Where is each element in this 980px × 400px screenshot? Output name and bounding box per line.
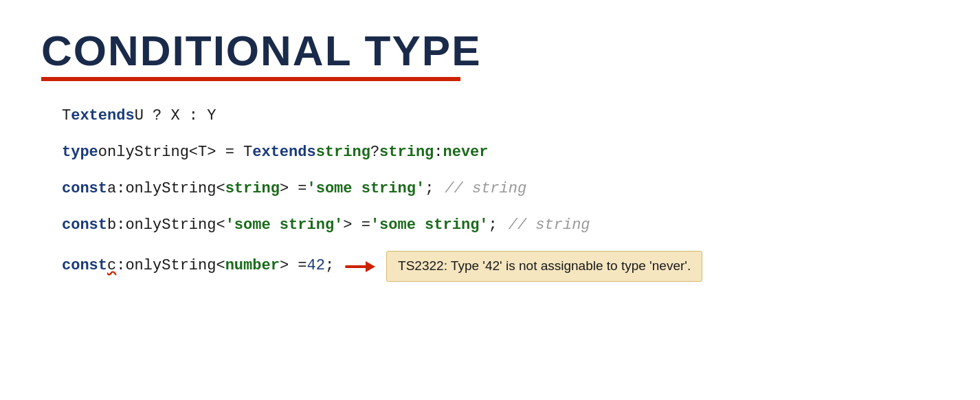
const-c-line: const c :onlyString< number > = 42 ; TS2… [62, 251, 939, 282]
keyword-const-a: const [62, 179, 107, 200]
keyword-const-c: const [62, 256, 107, 277]
const-b-comment: // string [509, 215, 590, 236]
const-c-type-arg: number [225, 256, 280, 277]
const-b-eq: > = [343, 215, 370, 236]
const-a-comment: // string [445, 179, 526, 200]
keyword-type: type [62, 142, 98, 164]
const-c-type: :onlyString< [116, 256, 225, 277]
svg-marker-1 [366, 261, 375, 272]
const-a-semi: ; [425, 179, 434, 200]
syntax-line: T extends U ? X : Y [62, 106, 939, 127]
code-section: T extends U ? X : Y type onlyString<T> =… [41, 106, 939, 282]
ternary-colon: : [434, 142, 443, 164]
ternary-q: ? [370, 142, 379, 164]
keyword-extends: extends [252, 142, 315, 164]
const-a-type-arg: string [225, 179, 280, 200]
const-b-type-arg: 'some string' [225, 215, 344, 236]
const-a-eq: > = [280, 179, 307, 200]
error-tooltip: TS2322: Type '42' is not assignable to t… [386, 251, 702, 282]
syntax-extends: extends [71, 106, 134, 127]
const-a-name: a:onlyString< [107, 179, 225, 200]
syntax-U: U ? X : Y [135, 106, 216, 127]
page-title: CONDITIONAL TYPE [41, 27, 939, 74]
const-a-line: const a:onlyString< string > = 'some str… [62, 179, 939, 200]
type-name: onlyString<T> = T [98, 142, 252, 164]
type-string: string [316, 142, 370, 164]
type-never: never [443, 142, 489, 164]
syntax-T: T [62, 106, 71, 127]
type-result-string: string [379, 142, 434, 164]
const-a-value: 'some string' [307, 179, 425, 200]
const-b-name: b:onlyString< [107, 215, 225, 236]
title-underline [41, 77, 460, 81]
const-b-line: const b:onlyString< 'some string' > = 's… [62, 215, 939, 236]
title-section: CONDITIONAL TYPE [41, 27, 939, 81]
const-c-identifier: c [107, 256, 116, 277]
type-definition-line: type onlyString<T> = T extends string ? … [62, 142, 939, 164]
const-c-semi: ; [325, 256, 334, 277]
const-c-value: 42 [307, 256, 324, 277]
keyword-const-b: const [62, 215, 107, 236]
const-b-value: 'some string' [370, 215, 489, 236]
error-arrow-icon [345, 257, 375, 276]
const-c-eq: > = [280, 256, 307, 277]
const-b-semi: ; [489, 215, 498, 236]
